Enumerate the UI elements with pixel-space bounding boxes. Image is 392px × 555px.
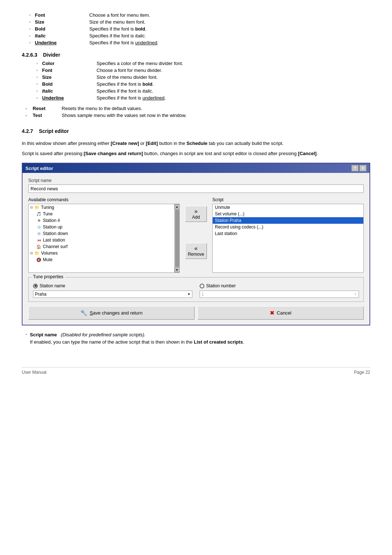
remove-button-label: Remove <box>188 252 204 257</box>
script-name-label: Script name <box>28 178 364 183</box>
list-item: ○ Italic Specifies if the font is italic… <box>22 33 370 39</box>
station-number-value: 1 <box>201 292 204 297</box>
folder-icon-volumes: 📁 <box>34 250 40 256</box>
note-content-script-name: Script name (Disabled for predefined sam… <box>30 331 370 345</box>
dropdown-arrow-icon: ▼ <box>187 292 191 296</box>
station-number-radio[interactable] <box>200 284 204 288</box>
station-down-icon: ⊖ <box>36 231 42 236</box>
desc-size: Size of the menu item font. <box>89 19 370 25</box>
tree-item-station-up[interactable]: ⊙ Station up <box>29 224 179 230</box>
tune-properties-group: Tune properties Station name Praha <box>28 277 364 302</box>
cancel-button[interactable]: ✖ Cancel <box>197 306 364 320</box>
add-button[interactable]: » Add <box>185 206 207 222</box>
list-item: ○ Bold Specifies if the font is bold. <box>29 81 370 87</box>
tree-label-channel-surf: Channel surf <box>43 244 68 249</box>
commands-script-row: Available commands ⊟ 📁 Tuning 🎵 Tune <box>28 197 364 273</box>
dash-item-test: - Test Shows sample menu with the values… <box>25 113 370 118</box>
last-station-icon: ⏮ <box>36 237 42 243</box>
station-name-dropdown[interactable]: Praha ▼ <box>33 291 192 298</box>
remove-button[interactable]: « Remove <box>185 243 207 259</box>
save-button-label: Save changes and return <box>90 310 142 316</box>
footer-right: Page 22 <box>354 370 370 375</box>
divider-section: 4.2.6.3 Divider ○ Color Specifies a colo… <box>22 52 370 101</box>
term-italic2: Italic <box>42 88 97 94</box>
bullet-icon: ○ <box>29 13 35 18</box>
tune-icon: 🎵 <box>36 211 42 217</box>
tree-item-station-hash[interactable]: ✱ Station # <box>29 217 179 224</box>
script-list-label: Script <box>212 197 364 202</box>
station-name-label: Station name <box>40 283 65 288</box>
script-editor-body: Script name Available commands ⊟ 📁 Tunin… <box>23 173 369 325</box>
term-underline2: Underline <box>42 95 97 101</box>
help-button[interactable]: ? <box>351 165 359 171</box>
bottom-action-buttons: 🔧 Save changes and return ✖ Cancel <box>28 306 364 320</box>
term-font2: Font <box>42 68 97 73</box>
script-item-last-station[interactable]: Last station <box>213 230 363 237</box>
station-hash-icon: ✱ <box>36 218 42 223</box>
dash-icon: - <box>25 113 33 118</box>
script-item-station-praha[interactable]: Station Praha <box>213 217 363 224</box>
close-button[interactable]: X <box>359 165 367 171</box>
divider-items-list: ○ Color Specifies a color of the menu di… <box>22 61 370 101</box>
desc-size2: Size of the menu divider font. <box>97 74 370 80</box>
middle-buttons-panel: » Add « Remove <box>183 197 209 259</box>
bullet-icon: ○ <box>29 20 35 25</box>
list-item: ○ Italic Specifies if the font is italic… <box>29 88 370 94</box>
term-italic: Italic <box>35 33 89 39</box>
station-name-radio[interactable] <box>33 284 38 288</box>
scrollbar-thumb[interactable] <box>175 210 179 267</box>
tree-label-tune: Tune <box>43 211 53 216</box>
scrollbar-up-button[interactable]: ▲ <box>175 204 180 209</box>
tree-scrollbar[interactable]: ▲ ▼ <box>174 204 179 272</box>
save-changes-button[interactable]: 🔧 Save changes and return <box>28 306 195 320</box>
note-item-script-name: - Script name (Disabled for predefined s… <box>22 331 370 345</box>
page-footer: User Manual Page 22 <box>22 367 370 375</box>
tree-item-tune[interactable]: 🎵 Tune <box>29 211 179 217</box>
section-427: 4.2.7 Script editor In this window shown… <box>22 128 370 345</box>
tune-col-left: Station name Praha ▼ <box>33 283 192 298</box>
section-title-427: Script editor <box>39 128 69 134</box>
tree-label-tuning: Tuning <box>41 205 54 210</box>
divider-title: Divider <box>43 52 60 58</box>
station-number-label: Station number <box>206 283 236 288</box>
tree-item-tuning[interactable]: ⊟ 📁 Tuning <box>29 204 179 211</box>
tree-label-last-station: Last station <box>43 238 65 243</box>
desc-test: Shows sample menu with the values set no… <box>62 113 370 118</box>
bullet-icon: ○ <box>36 62 42 66</box>
list-item: ○ Font Choose a font for menu divider. <box>29 68 370 73</box>
script-item-set-volume[interactable]: Set volume (...) <box>213 211 363 217</box>
scrollbar-down-button[interactable]: ▼ <box>175 267 180 272</box>
script-item-record-codecs[interactable]: Record using codecs (...) <box>213 224 363 230</box>
bullet-icon: ○ <box>29 27 35 32</box>
script-name-input[interactable] <box>28 185 364 193</box>
available-commands-panel: Available commands ⊟ 📁 Tuning 🎵 Tune <box>28 197 180 273</box>
available-commands-label: Available commands <box>28 197 180 202</box>
dash-icon: - <box>25 106 33 111</box>
list-item: ○ Font Choose a font for menu item. <box>22 12 370 18</box>
para-427-1: In this window shown after pressing eith… <box>22 140 370 147</box>
tree-item-last-station[interactable]: ⏮ Last station <box>29 237 179 243</box>
script-editor-window: Script editor ? X Script name Available … <box>22 163 370 325</box>
desc-font: Choose a font for menu item. <box>89 12 370 18</box>
tree-item-station-down[interactable]: ⊖ Station down <box>29 230 179 237</box>
tree-item-volumes[interactable]: ⊟ 📁 Volumes <box>29 250 179 256</box>
tree-label-station-up: Station up <box>43 224 62 230</box>
reset-test-items: - Reset Resets the menu to the default v… <box>22 106 370 118</box>
tune-properties-content: Station name Praha ▼ <box>33 283 359 298</box>
station-name-radio-row[interactable]: Station name <box>33 283 192 288</box>
tree-item-channel-surf[interactable]: 🏠 Channel surf <box>29 243 179 250</box>
station-number-dropdown[interactable]: 1 ▼ <box>200 291 359 298</box>
dash-item-reset: - Reset Resets the menu to the default v… <box>25 106 370 111</box>
list-item: ○ Color Specifies a color of the menu di… <box>29 61 370 66</box>
font-items-list: ○ Font Choose a font for menu item. ○ Si… <box>22 12 370 45</box>
tree-item-mute[interactable]: 🔇 Mute <box>29 256 179 263</box>
station-up-icon: ⊙ <box>36 224 42 230</box>
tune-col-right: Station number 1 ▼ <box>200 283 359 298</box>
list-item: ○ Underline Specifies if the font is und… <box>22 40 370 45</box>
desc-italic: Specifies if the font is italic. <box>89 33 370 39</box>
term-underline: Underline <box>35 40 89 45</box>
script-item-unmute[interactable]: Unmute <box>213 204 363 211</box>
tree-label-volumes: Volumes <box>41 251 58 256</box>
station-number-radio-row[interactable]: Station number <box>200 283 359 288</box>
term-color: Color <box>42 61 97 66</box>
